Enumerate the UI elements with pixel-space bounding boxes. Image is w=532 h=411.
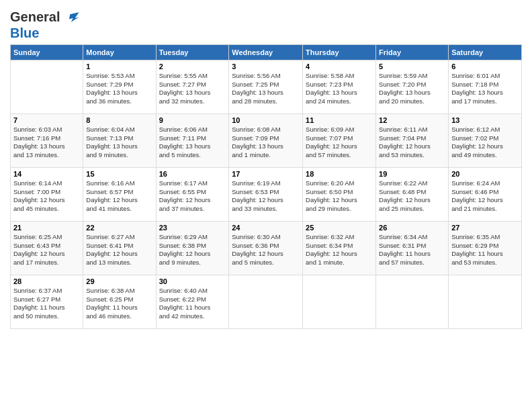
calendar-cell: 3Sunrise: 5:56 AM Sunset: 7:25 PM Daylig… — [229, 60, 303, 113]
day-info: Sunrise: 6:29 AM Sunset: 6:38 PM Dayligh… — [159, 233, 226, 267]
day-info: Sunrise: 6:01 AM Sunset: 7:18 PM Dayligh… — [451, 72, 519, 106]
calendar-cell: 8Sunrise: 6:04 AM Sunset: 7:13 PM Daylig… — [83, 113, 156, 167]
day-number: 13 — [451, 116, 519, 124]
calendar-week-row: 1Sunrise: 5:53 AM Sunset: 7:29 PM Daylig… — [11, 60, 522, 113]
calendar-cell: 24Sunrise: 6:30 AM Sunset: 6:36 PM Dayli… — [229, 221, 303, 275]
day-info: Sunrise: 6:37 AM Sunset: 6:27 PM Dayligh… — [13, 287, 80, 321]
weekday-header-friday: Friday — [376, 44, 449, 60]
calendar-cell: 16Sunrise: 6:17 AM Sunset: 6:55 PM Dayli… — [156, 167, 229, 221]
weekday-header-row: SundayMondayTuesdayWednesdayThursdayFrid… — [11, 44, 522, 60]
day-info: Sunrise: 5:59 AM Sunset: 7:20 PM Dayligh… — [379, 72, 445, 106]
calendar-cell: 18Sunrise: 6:20 AM Sunset: 6:50 PM Dayli… — [303, 167, 376, 221]
calendar-cell: 29Sunrise: 6:38 AM Sunset: 6:25 PM Dayli… — [83, 275, 156, 328]
day-number: 29 — [86, 277, 152, 285]
day-info: Sunrise: 6:12 AM Sunset: 7:02 PM Dayligh… — [451, 126, 519, 160]
day-info: Sunrise: 6:06 AM Sunset: 7:11 PM Dayligh… — [159, 126, 226, 160]
calendar-cell: 15Sunrise: 6:16 AM Sunset: 6:57 PM Dayli… — [83, 167, 156, 221]
day-info: Sunrise: 6:30 AM Sunset: 6:36 PM Dayligh… — [232, 233, 300, 267]
calendar-cell — [303, 275, 376, 328]
logo: General Blue — [10, 9, 80, 40]
day-number: 17 — [232, 170, 300, 178]
day-number: 16 — [159, 170, 226, 178]
page-container: General Blue SundayMondayTuesdayWednesda… — [0, 0, 532, 336]
day-info: Sunrise: 6:38 AM Sunset: 6:25 PM Dayligh… — [86, 287, 152, 321]
calendar-cell: 25Sunrise: 6:32 AM Sunset: 6:34 PM Dayli… — [303, 221, 376, 275]
day-number: 23 — [159, 224, 226, 232]
day-info: Sunrise: 6:17 AM Sunset: 6:55 PM Dayligh… — [159, 179, 226, 214]
calendar-cell: 14Sunrise: 6:14 AM Sunset: 7:00 PM Dayli… — [11, 167, 83, 221]
calendar-cell: 11Sunrise: 6:09 AM Sunset: 7:07 PM Dayli… — [303, 113, 376, 167]
day-info: Sunrise: 6:09 AM Sunset: 7:07 PM Dayligh… — [306, 126, 373, 160]
weekday-header-saturday: Saturday — [449, 44, 522, 60]
calendar-cell: 21Sunrise: 6:25 AM Sunset: 6:43 PM Dayli… — [11, 221, 83, 275]
calendar-cell: 12Sunrise: 6:11 AM Sunset: 7:04 PM Dayli… — [376, 113, 449, 167]
calendar-cell — [229, 275, 303, 328]
day-info: Sunrise: 6:19 AM Sunset: 6:53 PM Dayligh… — [232, 179, 300, 214]
calendar-cell — [11, 60, 83, 113]
day-info: Sunrise: 6:03 AM Sunset: 7:16 PM Dayligh… — [13, 126, 80, 160]
day-number: 4 — [306, 62, 373, 71]
day-number: 8 — [86, 116, 152, 124]
day-info: Sunrise: 6:27 AM Sunset: 6:41 PM Dayligh… — [86, 233, 152, 267]
day-number: 11 — [306, 116, 373, 124]
weekday-header-wednesday: Wednesday — [229, 44, 303, 60]
day-info: Sunrise: 5:53 AM Sunset: 7:29 PM Dayligh… — [86, 72, 152, 106]
calendar-week-row: 14Sunrise: 6:14 AM Sunset: 7:00 PM Dayli… — [11, 167, 522, 221]
day-number: 9 — [159, 116, 226, 124]
weekday-header-tuesday: Tuesday — [156, 44, 229, 60]
day-number: 24 — [232, 224, 300, 232]
day-number: 26 — [379, 224, 445, 232]
weekday-header-sunday: Sunday — [11, 44, 83, 60]
calendar-table: SundayMondayTuesdayWednesdayThursdayFrid… — [10, 44, 522, 329]
calendar-cell: 17Sunrise: 6:19 AM Sunset: 6:53 PM Dayli… — [229, 167, 303, 221]
calendar-cell: 23Sunrise: 6:29 AM Sunset: 6:38 PM Dayli… — [156, 221, 229, 275]
day-info: Sunrise: 6:14 AM Sunset: 7:00 PM Dayligh… — [13, 179, 80, 214]
day-info: Sunrise: 6:40 AM Sunset: 6:22 PM Dayligh… — [159, 287, 226, 321]
day-info: Sunrise: 6:24 AM Sunset: 6:46 PM Dayligh… — [451, 179, 519, 214]
day-number: 10 — [232, 116, 300, 124]
day-number: 21 — [13, 224, 80, 232]
day-number: 14 — [13, 170, 80, 178]
calendar-cell: 4Sunrise: 5:58 AM Sunset: 7:23 PM Daylig… — [303, 60, 376, 113]
day-number: 15 — [86, 170, 152, 178]
day-number: 25 — [306, 224, 373, 232]
day-number: 18 — [306, 170, 373, 178]
day-number: 22 — [86, 224, 152, 232]
day-info: Sunrise: 6:22 AM Sunset: 6:48 PM Dayligh… — [379, 179, 445, 214]
calendar-cell: 20Sunrise: 6:24 AM Sunset: 6:46 PM Dayli… — [449, 167, 522, 221]
day-info: Sunrise: 5:55 AM Sunset: 7:27 PM Dayligh… — [159, 72, 226, 106]
calendar-cell: 10Sunrise: 6:08 AM Sunset: 7:09 PM Dayli… — [229, 113, 303, 167]
day-info: Sunrise: 6:08 AM Sunset: 7:09 PM Dayligh… — [232, 126, 300, 160]
weekday-header-monday: Monday — [83, 44, 156, 60]
day-number: 7 — [13, 116, 80, 124]
day-number: 1 — [86, 62, 152, 71]
day-info: Sunrise: 6:11 AM Sunset: 7:04 PM Dayligh… — [379, 126, 445, 160]
calendar-cell: 13Sunrise: 6:12 AM Sunset: 7:02 PM Dayli… — [449, 113, 522, 167]
calendar-cell — [449, 275, 522, 328]
calendar-week-row: 7Sunrise: 6:03 AM Sunset: 7:16 PM Daylig… — [11, 113, 522, 167]
logo-text: General Blue — [10, 9, 80, 40]
logo-bird-icon — [65, 11, 80, 26]
day-number: 30 — [159, 277, 226, 285]
day-number: 27 — [451, 224, 519, 232]
day-info: Sunrise: 6:32 AM Sunset: 6:34 PM Dayligh… — [306, 233, 373, 267]
day-info: Sunrise: 5:56 AM Sunset: 7:25 PM Dayligh… — [232, 72, 300, 106]
day-info: Sunrise: 6:16 AM Sunset: 6:57 PM Dayligh… — [86, 179, 152, 214]
day-info: Sunrise: 6:20 AM Sunset: 6:50 PM Dayligh… — [306, 179, 373, 214]
calendar-cell: 22Sunrise: 6:27 AM Sunset: 6:41 PM Dayli… — [83, 221, 156, 275]
svg-marker-0 — [69, 12, 79, 22]
weekday-header-thursday: Thursday — [303, 44, 376, 60]
day-info: Sunrise: 6:35 AM Sunset: 6:29 PM Dayligh… — [451, 233, 519, 267]
calendar-cell: 1Sunrise: 5:53 AM Sunset: 7:29 PM Daylig… — [83, 60, 156, 113]
day-number: 6 — [451, 62, 519, 71]
calendar-cell: 28Sunrise: 6:37 AM Sunset: 6:27 PM Dayli… — [11, 275, 83, 328]
header: General Blue — [10, 7, 522, 40]
calendar-cell: 6Sunrise: 6:01 AM Sunset: 7:18 PM Daylig… — [449, 60, 522, 113]
day-number: 3 — [232, 62, 300, 71]
day-info: Sunrise: 6:34 AM Sunset: 6:31 PM Dayligh… — [379, 233, 445, 267]
calendar-cell: 30Sunrise: 6:40 AM Sunset: 6:22 PM Dayli… — [156, 275, 229, 328]
day-number: 2 — [159, 62, 226, 71]
calendar-cell: 19Sunrise: 6:22 AM Sunset: 6:48 PM Dayli… — [376, 167, 449, 221]
calendar-cell: 5Sunrise: 5:59 AM Sunset: 7:20 PM Daylig… — [376, 60, 449, 113]
calendar-cell: 2Sunrise: 5:55 AM Sunset: 7:27 PM Daylig… — [156, 60, 229, 113]
